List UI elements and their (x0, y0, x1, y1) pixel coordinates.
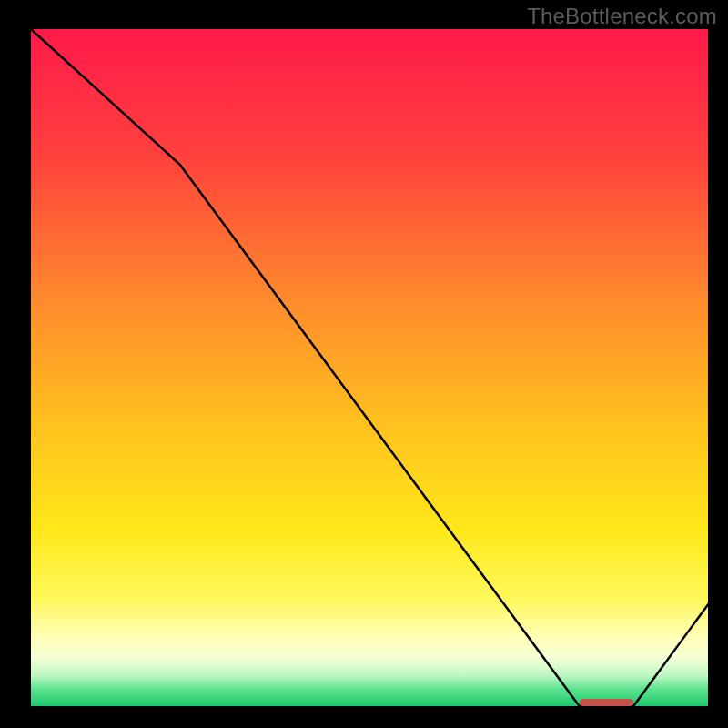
watermark-text: TheBottleneck.com (527, 4, 717, 29)
plot-area (31, 29, 708, 706)
chart-container: TheBottleneck.com (0, 0, 728, 728)
bottleneck-curve (31, 29, 708, 706)
optimum-marker (580, 699, 634, 706)
